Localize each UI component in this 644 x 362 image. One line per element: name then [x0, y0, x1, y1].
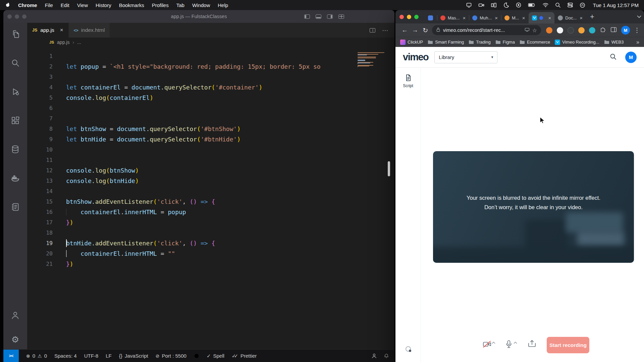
- url-text[interactable]: vimeo.com/record/start-rec...: [443, 27, 522, 33]
- page-action-icon[interactable]: [525, 27, 530, 33]
- code-editor[interactable]: 12let popup = `<h1 style="background: re…: [27, 47, 394, 349]
- microphone-toggle-button[interactable]: [505, 340, 512, 349]
- browser-preview-button[interactable]: [194, 353, 199, 359]
- menu-edit[interactable]: Edit: [61, 2, 69, 8]
- menu-help[interactable]: Help: [218, 2, 228, 8]
- chrome-menu-icon[interactable]: ⋮: [634, 26, 640, 34]
- indentation-indicator[interactable]: Spaces: 4: [54, 353, 77, 359]
- code-line-5[interactable]: 5console.log(containerEl): [27, 93, 394, 103]
- editor-tab-indexhtml[interactable]: <> index.html: [69, 23, 110, 38]
- camera-toggle-button[interactable]: [483, 341, 491, 348]
- vscode-titlebar[interactable]: app.js — FulstackClasses: [3, 10, 394, 23]
- bookmark-folder-figma[interactable]: Figma: [495, 40, 515, 45]
- toggle-secondary-sidebar-icon[interactable]: [327, 14, 333, 19]
- control-center-icon[interactable]: [567, 2, 573, 8]
- menu-history[interactable]: History: [96, 2, 111, 8]
- explorer-icon[interactable]: [11, 29, 20, 40]
- code-line-15[interactable]: 15btnShow.addEventListener('click', () =…: [27, 196, 394, 207]
- code-line-11[interactable]: 11: [27, 155, 394, 165]
- start-recording-button[interactable]: Start recording: [547, 337, 589, 353]
- menubar-app-name[interactable]: Chrome: [18, 2, 37, 8]
- code-line-20[interactable]: 20 containerEl.innerHTML = "": [27, 248, 394, 259]
- bookmark-folder-trading[interactable]: Trading: [469, 40, 491, 45]
- code-line-9[interactable]: 9let btnHide = document.querySelector('#…: [27, 134, 394, 144]
- chrome-tab-pinned[interactable]: [424, 12, 437, 23]
- search-icon[interactable]: [610, 53, 616, 61]
- close-tab-icon[interactable]: ×: [522, 15, 525, 21]
- settings-gear-icon[interactable]: ⚙: [11, 335, 19, 344]
- live-server-port[interactable]: ⊘ Port : 5500: [156, 353, 186, 359]
- code-line-8[interactable]: 8let btnShow = document.querySelector('#…: [27, 124, 394, 134]
- toggle-panel-icon[interactable]: [316, 14, 321, 19]
- menu-tab[interactable]: Tab: [176, 2, 184, 8]
- minimize-window-button[interactable]: [15, 14, 19, 19]
- chrome-tab-3[interactable]: M... ×: [501, 12, 528, 23]
- close-window-button[interactable]: [399, 15, 404, 19]
- code-line-18[interactable]: 18: [27, 228, 394, 238]
- moon-icon[interactable]: [503, 2, 509, 8]
- close-tab-icon[interactable]: ×: [495, 15, 498, 21]
- bookmark-vimeo-recording[interactable]: Vimeo Recording...: [555, 40, 599, 45]
- code-line-19[interactable]: 19btnHide.addEventListener('click', () =…: [27, 238, 394, 248]
- bookmark-folder-smart-farming[interactable]: Smart Farming: [428, 40, 464, 45]
- spell-checker-status[interactable]: ✓ Spell: [207, 353, 224, 359]
- database-icon[interactable]: [11, 145, 20, 155]
- bookmark-folder-web3[interactable]: WEB3: [604, 40, 624, 45]
- tab-search-chevron-icon[interactable]: [637, 15, 641, 18]
- siri-icon[interactable]: [580, 2, 585, 8]
- bookmark-clickup[interactable]: ClickUP: [400, 40, 423, 45]
- chrome-tab-2[interactable]: Muh... ×: [469, 12, 501, 23]
- apple-menu-icon[interactable]: [5, 2, 10, 8]
- extension-icon-3[interactable]: [568, 27, 574, 34]
- extension-icon-5[interactable]: [589, 27, 595, 34]
- back-button[interactable]: ←: [399, 26, 410, 34]
- code-line-16[interactable]: 16 containerEl.innerHTML = popup: [27, 207, 394, 217]
- chrome-tab-vimeo-active[interactable]: ×: [529, 12, 555, 23]
- docker-icon[interactable]: [11, 174, 20, 184]
- bookmark-folder-ecommerce[interactable]: Ecommerce: [520, 40, 550, 45]
- close-window-button[interactable]: [7, 14, 12, 19]
- feedback-person-icon[interactable]: [371, 353, 377, 359]
- screen-mirroring-icon[interactable]: [466, 2, 472, 8]
- code-line-2[interactable]: 2let popup = `<h1 style="background: red…: [27, 61, 394, 72]
- minimize-window-button[interactable]: [407, 15, 411, 19]
- wifi-icon[interactable]: [542, 2, 549, 8]
- run-debug-icon[interactable]: [11, 87, 20, 98]
- side-panel-icon[interactable]: [610, 27, 617, 34]
- notifications-bell-icon[interactable]: [384, 353, 389, 359]
- menu-view[interactable]: View: [77, 2, 88, 8]
- record-dot-icon[interactable]: [516, 2, 522, 8]
- code-line-1[interactable]: 1: [27, 51, 394, 61]
- library-select[interactable]: Library ▾: [434, 51, 497, 63]
- notebook-icon[interactable]: [11, 202, 20, 213]
- code-line-7[interactable]: 7: [27, 113, 394, 124]
- code-line-13[interactable]: 13console.log(btnHide): [27, 176, 394, 186]
- minimap[interactable]: [358, 52, 388, 253]
- breadcrumb-symbol[interactable]: ...: [77, 40, 81, 45]
- encoding-indicator[interactable]: UTF-8: [84, 353, 99, 359]
- vimeo-user-avatar[interactable]: M: [625, 52, 637, 63]
- code-line-3[interactable]: 3: [27, 72, 394, 82]
- video-camera-icon[interactable]: [478, 2, 484, 8]
- code-line-17[interactable]: 17}): [27, 217, 394, 228]
- split-editor-icon[interactable]: [370, 28, 375, 33]
- prettier-status[interactable]: ✓✓ Prettier: [232, 353, 257, 359]
- chrome-profile-avatar[interactable]: M: [621, 26, 630, 35]
- extension-icon-1[interactable]: [546, 27, 552, 34]
- bookmark-star-icon[interactable]: ☆: [532, 27, 537, 34]
- language-indicator[interactable]: {} JavaScript: [119, 353, 148, 359]
- menu-window[interactable]: Window: [192, 2, 210, 8]
- remote-indicator[interactable]: ><: [3, 350, 19, 362]
- extension-icon-4[interactable]: [578, 27, 585, 34]
- code-line-4[interactable]: 4let containerEl = document.querySelecto…: [27, 82, 394, 93]
- extensions-icon[interactable]: [11, 116, 20, 126]
- battery-icon[interactable]: [528, 2, 536, 8]
- spotlight-search-icon[interactable]: [555, 2, 561, 8]
- editor-scrollbar-handle[interactable]: [388, 161, 390, 176]
- menubar-clock[interactable]: Tue 1 Aug 12:57 PM: [593, 2, 639, 8]
- close-tab-icon[interactable]: ×: [60, 27, 63, 34]
- chrome-tab-5[interactable]: Doc... ×: [554, 12, 586, 23]
- accounts-icon[interactable]: [11, 311, 20, 321]
- chrome-tab-1[interactable]: Mas... ×: [437, 12, 469, 23]
- menu-bookmarks[interactable]: Bookmarks: [119, 2, 144, 8]
